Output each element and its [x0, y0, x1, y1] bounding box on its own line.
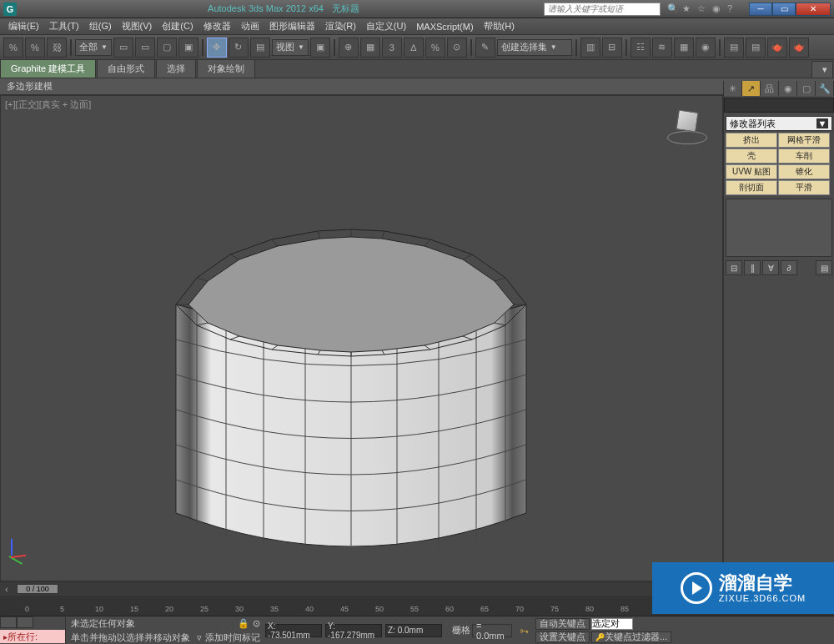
menu-modifiers[interactable]: 修改器 — [198, 18, 236, 34]
menu-maxscript[interactable]: MAXScript(M) — [411, 20, 478, 33]
add-time-tag[interactable]: 添加时间标记 — [205, 631, 260, 644]
display-panel-tab[interactable]: ▢ — [797, 81, 816, 96]
menu-tools[interactable]: 工具(T) — [44, 18, 84, 34]
app-icon[interactable]: G — [3, 3, 17, 16]
mod-slice[interactable]: 剖切面 — [726, 180, 777, 195]
unlink-tool[interactable]: % — [25, 38, 45, 58]
modifier-list-dropdown[interactable]: 修改器列表▼ — [726, 116, 832, 131]
viewport-label[interactable]: [+][正交][真实 + 边面] — [5, 98, 91, 111]
mirror-tool[interactable]: ▥ — [580, 38, 600, 58]
select-name-tool[interactable]: ▭ — [135, 38, 155, 58]
star-icon[interactable]: ☆ — [697, 3, 709, 15]
ribbon-body-label[interactable]: 多边形建模 — [7, 80, 53, 93]
window-crossing-tool[interactable]: ▣ — [178, 38, 198, 58]
time-slider[interactable]: 0 / 100 — [17, 584, 58, 594]
pin-stack-button[interactable]: ⊟ — [726, 260, 742, 275]
maximize-button[interactable]: ▭ — [772, 3, 796, 16]
mod-extrude[interactable]: 挤出 — [726, 133, 777, 148]
menu-animation[interactable]: 动画 — [236, 18, 264, 34]
schematic-tool[interactable]: ▦ — [674, 38, 694, 58]
menu-customize[interactable]: 自定义(U) — [361, 18, 411, 34]
spinner-snap-tool[interactable]: ⊙ — [447, 38, 467, 58]
selection-filter-dropdown[interactable]: 全部▼ — [75, 39, 112, 56]
curveeditor-tool[interactable]: ≋ — [652, 38, 672, 58]
mod-shell[interactable]: 壳 — [726, 148, 777, 164]
isolation-icon[interactable]: ⊙ — [253, 618, 260, 629]
macro-recorder-label[interactable]: ▸ 所在行: — [0, 630, 65, 643]
y-coord-input[interactable]: Y: -167.279mm — [325, 624, 382, 637]
viewport[interactable] — [0, 95, 723, 581]
edit-selset-tool[interactable]: ✎ — [475, 38, 495, 58]
help-icon[interactable]: ? — [727, 3, 739, 15]
percent-snap-tool[interactable]: % — [425, 38, 445, 58]
mod-smooth[interactable]: 平滑 — [778, 180, 830, 195]
x-coord-input[interactable]: X: -73.501mm — [265, 624, 322, 637]
refcoord-dropdown[interactable]: 视图▼ — [272, 39, 309, 56]
manipulate-tool[interactable]: ⊕ — [339, 38, 359, 58]
viewcube[interactable] — [666, 103, 709, 146]
lock-icon[interactable]: 🔒 — [238, 618, 249, 629]
unique-button[interactable]: ∀ — [762, 260, 779, 275]
remove-mod-button[interactable]: ∂ — [781, 260, 797, 275]
menu-rendering[interactable]: 渲染(R) — [320, 18, 361, 34]
z-coord-input[interactable]: Z: 0.0mm — [385, 624, 442, 637]
angle-snap-tool[interactable]: ∆ — [404, 38, 424, 58]
setkey-button[interactable]: 设置关键点 — [535, 631, 590, 643]
bind-tool[interactable]: ⛓ — [47, 38, 67, 58]
tab-freeform[interactable]: 自由形式 — [97, 59, 155, 78]
mod-meshsmooth[interactable]: 网格平滑 — [778, 133, 830, 148]
autokey-button[interactable]: 自动关键点 — [535, 618, 590, 630]
close-button[interactable]: ✕ — [796, 3, 831, 16]
key-icon[interactable]: 🗝 — [517, 624, 530, 637]
help-search-input[interactable] — [544, 3, 661, 16]
tab-graphite[interactable]: Graphite 建模工具 — [0, 59, 96, 78]
menu-grapheditors[interactable]: 图形编辑器 — [264, 18, 320, 34]
ribbon-collapse[interactable]: ▾ — [811, 61, 833, 78]
script-mini-listener[interactable] — [0, 616, 17, 628]
menu-group[interactable]: 组(G) — [84, 18, 117, 34]
script-open-button[interactable] — [17, 616, 33, 628]
keyfilter-button[interactable]: 🔑 关键点过滤器... — [591, 631, 671, 643]
minimize-button[interactable]: ─ — [749, 3, 772, 16]
modifier-stack[interactable] — [726, 199, 832, 257]
hierarchy-panel-tab[interactable]: 品 — [761, 81, 779, 96]
select-region-tool[interactable]: ▢ — [157, 38, 177, 58]
render-prod-tool[interactable]: 🫖 — [789, 38, 809, 58]
timeline-prev-icon[interactable]: ‹ — [5, 584, 17, 594]
link-tool[interactable]: % — [3, 38, 23, 58]
favorite-icon[interactable]: ★ — [682, 3, 694, 15]
object-name-input[interactable] — [724, 98, 834, 113]
pivot-tool[interactable]: ▣ — [310, 38, 330, 58]
layers-tool[interactable]: ☷ — [631, 38, 651, 58]
utilities-panel-tab[interactable]: 🔧 — [816, 81, 834, 96]
snap-tool[interactable]: 3 — [382, 38, 402, 58]
move-tool[interactable]: ✥ — [207, 38, 227, 58]
menu-edit[interactable]: 编辑(E) — [3, 18, 44, 34]
render-tool[interactable]: 🫖 — [767, 38, 787, 58]
tab-selection[interactable]: 选择 — [156, 59, 196, 78]
keyfilter-selset[interactable] — [591, 618, 633, 630]
modify-panel-tab[interactable]: ↗ — [742, 81, 761, 96]
showresult-button[interactable]: ‖ — [744, 260, 761, 275]
globe-icon[interactable]: ◉ — [712, 3, 724, 15]
create-panel-tab[interactable]: ✳ — [724, 81, 742, 96]
scale-tool[interactable]: ▤ — [250, 38, 270, 58]
mod-uvwmap[interactable]: UVW 贴图 — [726, 164, 777, 179]
menu-help[interactable]: 帮助(H) — [479, 18, 520, 34]
align-tool[interactable]: ⊟ — [602, 38, 622, 58]
time-tag-icon[interactable]: ▿ — [197, 632, 202, 643]
menu-view[interactable]: 视图(V) — [117, 18, 158, 34]
select-tool[interactable]: ▭ — [113, 38, 133, 58]
material-tool[interactable]: ◉ — [696, 38, 716, 58]
mod-taper[interactable]: 锥化 — [778, 164, 830, 179]
tab-objectpaint[interactable]: 对象绘制 — [197, 59, 255, 78]
configure-sets-button[interactable]: ▤ — [816, 260, 832, 275]
keyboard-tool[interactable]: ▦ — [360, 38, 380, 58]
search-icon[interactable]: 🔍 — [667, 3, 679, 15]
render-setup-tool[interactable]: ▤ — [724, 38, 744, 58]
named-selset-dropdown[interactable]: 创建选择集▼ — [497, 39, 572, 56]
motion-panel-tab[interactable]: ◉ — [779, 81, 797, 96]
mod-lathe[interactable]: 车削 — [778, 148, 830, 164]
menu-create[interactable]: 创建(C) — [157, 18, 198, 34]
renderframe-tool[interactable]: ▤ — [746, 38, 766, 58]
